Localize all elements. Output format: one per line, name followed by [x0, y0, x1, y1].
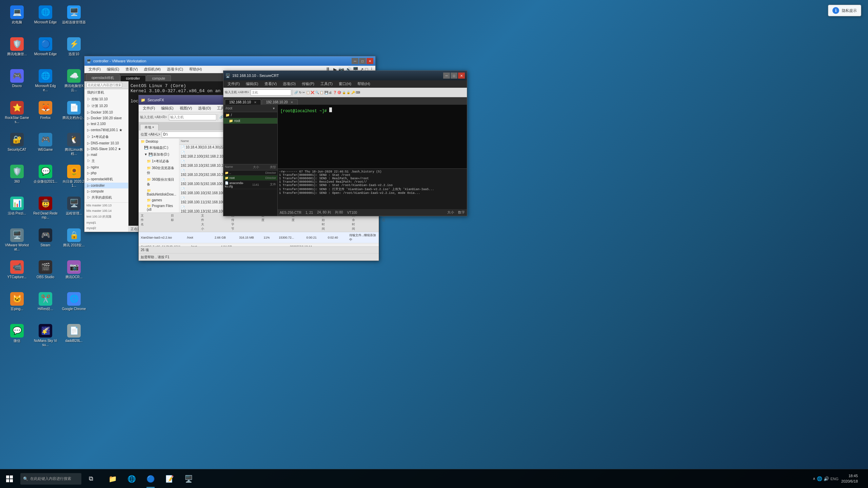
sidebar-item-1x[interactable]: ▷ 1×考试必备 — [84, 134, 128, 140]
sfx-local-tab[interactable]: 本地 × — [140, 124, 159, 130]
desktop-icon-hires[interactable]: ✂️ HiRes切... — [32, 290, 59, 321]
securecrt-menu-file[interactable]: 文件(F) — [225, 81, 242, 87]
vmware-minimize-button[interactable]: ─ — [352, 58, 358, 64]
sfx-tree-360[interactable]: 📁 360全流览器备份 — [139, 165, 179, 176]
vmware-mysql1[interactable]: mysql1 — [84, 220, 128, 225]
sfx-tree-program[interactable]: 📁 Program Files (x8 — [139, 203, 179, 212]
vmware-menu-help[interactable]: 帮助(H) — [186, 66, 204, 73]
sidebar-item-php[interactable]: ▷ php — [84, 170, 128, 176]
vmware-maximize-button[interactable]: □ — [359, 58, 366, 64]
sfx-tree-c[interactable]: 💾 本地磁盘(C:) — [139, 144, 179, 151]
securecrt-menu-edit[interactable]: 编辑(E) — [243, 81, 261, 87]
sfx-menu-options[interactable]: 选项(O) — [195, 105, 214, 111]
desktop-icon-ytcapture[interactable]: 📹 YTCapture... — [3, 258, 31, 289]
desktop-icon-tencent[interactable]: 🛡️ 腾讯电脑管... — [3, 35, 31, 66]
taskbar-edge[interactable]: 🌐 — [122, 469, 141, 488]
sidebar-item-dns-slave[interactable]: ▷ DNS-Slave 100.2 ★ — [84, 146, 128, 152]
desktop-icon-edge2[interactable]: 🔵 Microsoft Edge — [32, 35, 59, 66]
sidebar-item-zhu[interactable]: ▷ 主 — [84, 158, 128, 164]
vmware-k8s[interactable]: k8s master 100.13 — [84, 202, 128, 208]
securecrt-menu-view[interactable]: 查看(V) — [262, 81, 280, 87]
desktop-icon-tencent2[interactable]: 🔒 腾讯 2018安... — [60, 226, 87, 257]
vmware-menu-vm[interactable]: 虚拟机(M) — [141, 66, 163, 73]
vmware-menu-file[interactable]: 文件(F) — [86, 66, 103, 73]
securecrt-tree-rootfolder[interactable]: 📁root — [223, 118, 277, 124]
vmware-menu-edit[interactable]: 编辑(E) — [104, 66, 122, 73]
desktop-icon-edge3[interactable]: 🌐 Microsoft Edge... — [32, 67, 59, 98]
desktop-icon-vmware[interactable]: 🖥️ VMware Workstat... — [3, 226, 31, 257]
desktop-icon-remote[interactable]: 🖥️ 远程连接管理器 — [60, 3, 87, 34]
desktop-icon-remote2[interactable]: 🖥️ 远程管理... — [60, 195, 87, 225]
tray-lang[interactable]: ENG — [830, 477, 839, 481]
taskbar-vmware-item[interactable]: 🖥️ — [179, 469, 198, 488]
sfx-menu-file[interactable]: 文件(F) — [140, 105, 158, 111]
sfx-tree-1x[interactable]: 📁 1×考试必备 — [139, 158, 179, 165]
securecrt-maximize-button[interactable]: □ — [451, 73, 457, 79]
sfx-tree-games[interactable]: 📁 games — [139, 197, 179, 203]
securecrt-tab-1-close[interactable]: ✕ — [254, 101, 257, 104]
securecrt-close-button[interactable]: ✕ — [458, 73, 465, 79]
taskbar-search-bar[interactable]: 🔍 在此处键入内容进行搜索 — [20, 473, 81, 485]
taskbar-chrome[interactable]: 🔵 — [141, 469, 160, 488]
sidebar-item-dns-master[interactable]: ▷ DNS-master 10.10 — [84, 140, 128, 146]
tray-sound-icon[interactable]: 🔊 — [824, 476, 829, 481]
sidebar-item-docker1[interactable]: ▷ Docker 100.10 — [84, 109, 128, 115]
desktop-icon-wegame[interactable]: 🎮 WEGame — [32, 131, 59, 161]
sfx-menu-view[interactable]: 视图(V) — [177, 105, 195, 111]
sidebar-item-openstack[interactable]: ▷ openstack样机 — [84, 176, 128, 183]
securecrt-host-input[interactable] — [251, 89, 291, 96]
desktop-icon-sunflower[interactable]: 🌻 向日葵 2020.2.1... — [60, 163, 87, 193]
desktop-icon-securitycat[interactable]: 🔐 SecurityCAT — [3, 131, 31, 161]
desktop-icon-cloud[interactable]: ☁️ 腾讯电脑管X云... — [60, 67, 87, 98]
desktop-icon-linux-tutorial[interactable]: 🐧 腾讯Linux教程... — [60, 131, 87, 161]
securecrt-remote-anaconda[interactable]: 📄 anaconda-ks.cfg 1141 文件 — [223, 181, 277, 189]
desktop-icon-xunlei[interactable]: ⚡ 迅雷10 — [60, 35, 87, 66]
sfx-tree-d[interactable]: ▼ 💾 新加卷(D:) — [139, 151, 179, 158]
sidebar-item-wode-jisuanji[interactable]: 我的计算机 — [84, 89, 128, 96]
securecrt-remote-dotdot[interactable]: 📁 .. Director — [223, 170, 277, 176]
taskbar-notepad[interactable]: 📝 — [160, 469, 179, 488]
desktop-icon-daddb[interactable]: 📄 daddB28L.. — [60, 322, 87, 352]
sfx-tree-360b[interactable]: 📁 360股份次项目备 — [139, 176, 179, 188]
tray-network-icon[interactable]: 🌐 — [817, 476, 822, 481]
sidebar-item-mail[interactable]: ▷ mail — [84, 152, 128, 158]
vmware-tab-openstack[interactable]: openstack样机 — [86, 74, 120, 81]
vmware-tab-controller[interactable]: controller — [120, 75, 146, 81]
sfx-transfer-row-1[interactable]: XianDian-IaaS-v2.2.iso /root 2.66 GB 316… — [139, 232, 379, 243]
sfx-tree-desktop[interactable]: 📁 Desktop — [139, 139, 179, 144]
vmware-nginx100[interactable]: Nginx 100.30 — [84, 231, 128, 232]
securecrt-menu-options[interactable]: 选项(O) — [280, 81, 298, 87]
securecrt-tree-root[interactable]: 📁/ — [223, 112, 277, 118]
taskbar-start-button[interactable] — [0, 469, 19, 488]
desktop-icon-360[interactable]: 🛡️ 360 — [3, 163, 31, 193]
vmware-search-input[interactable] — [86, 83, 122, 87]
sidebar-item-centos7[interactable]: ▷ centos7样机100.1 ★ — [84, 127, 128, 134]
tray-arrow[interactable]: ∧ — [813, 476, 815, 481]
desktop-icon-discro[interactable]: 🎮 Discro — [3, 67, 31, 98]
sidebar-item-jisuan[interactable]: ▷ 计算 10.20 — [84, 103, 128, 109]
taskbar-file-explorer[interactable]: 📁 — [103, 469, 122, 488]
sidebar-item-nginx[interactable]: ▷ nginx — [84, 164, 128, 170]
desktop-icon-rdr2[interactable]: 🤠 Red Dead Redemp... — [32, 195, 59, 225]
securecrt-remote-root[interactable]: 📁 root Director — [223, 176, 277, 181]
desktop-icon-baiping[interactable]: 🐱 百ping... — [3, 290, 31, 321]
sfx-menu-edit[interactable]: 编辑(E) — [158, 105, 176, 111]
desktop-icon-weixin-enterprise[interactable]: 💬 企业微信2021... — [32, 163, 59, 193]
sidebar-item-kongzhi[interactable]: ▷ 控制 10.10 — [84, 96, 128, 103]
desktop-icon-tecent-doc[interactable]: 📄 腾讯文档办公... — [60, 99, 87, 129]
desktop-icon-edge[interactable]: 🌐 Microsoft Edge — [32, 3, 59, 34]
vmware-tab-compute[interactable]: compute — [146, 75, 171, 81]
desktop-icon-nomans[interactable]: 🌠 NoMans Sky Visu... — [32, 322, 59, 352]
desktop-icon-prezi[interactable]: 📊 活动 Prezi... — [3, 195, 31, 225]
securecrt-tab-2-close[interactable]: ✕ — [291, 101, 293, 104]
vmware-mysql2[interactable]: mysql2 — [84, 225, 128, 231]
desktop-icon-steam[interactable]: 🎮 Steam — [32, 226, 59, 257]
securecrt-tree-path-dropdown[interactable]: ▼ — [272, 107, 275, 110]
desktop-icon-this-pc[interactable]: 💻 此电脑 — [3, 3, 31, 34]
desktop-icon-google-chrome[interactable]: 🌐 Google Chrome — [60, 290, 87, 321]
desktop-icon-obs[interactable]: 🎬 OBS Studio — [32, 258, 59, 289]
securecrt-terminal[interactable]: [root@localhost ~]# — [278, 105, 467, 168]
desktop-icon-weixin[interactable]: 💬 微信 — [3, 322, 31, 352]
sidebar-item-test2100[interactable]: ▷ test 2.100 — [84, 121, 128, 127]
taskbar-task-view-button[interactable]: ⧉ — [81, 469, 100, 488]
